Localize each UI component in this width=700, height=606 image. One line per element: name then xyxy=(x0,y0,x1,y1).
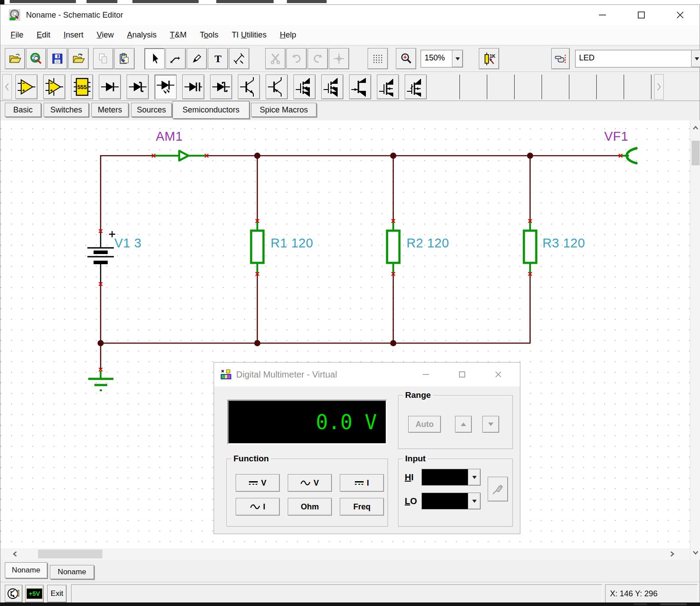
ammeter-symbol[interactable] xyxy=(154,151,207,161)
schematic-canvas[interactable]: AM1 VF1 V1 3 R1 120 R2 120 R3 120 Di xyxy=(0,120,690,548)
menu-analysis[interactable]: Analysis xyxy=(120,29,163,41)
palette-scroll-right[interactable] xyxy=(654,74,664,100)
menu-edit[interactable]: Edit xyxy=(30,29,57,41)
scroll-up-arrow[interactable] xyxy=(690,124,700,131)
save-button[interactable] xyxy=(47,48,68,69)
menu-ti-utilities[interactable]: TI Utilities xyxy=(225,29,273,41)
menu-tools[interactable]: Tools xyxy=(193,29,225,41)
palette-opamp-power-button[interactable] xyxy=(43,75,65,99)
palette-pnp-button[interactable] xyxy=(266,75,288,99)
menu-view[interactable]: View xyxy=(90,29,120,41)
scroll-left-arrow[interactable] xyxy=(10,548,19,560)
search-library-button[interactable] xyxy=(26,48,46,69)
palette-diode-button[interactable] xyxy=(99,75,121,99)
copy-button-disabled[interactable] xyxy=(93,48,113,69)
dimension-tool-button[interactable] xyxy=(229,48,249,69)
dmm-lo-combo-arrow[interactable] xyxy=(468,493,480,509)
snap-button-disabled[interactable] xyxy=(329,48,349,69)
palette-jfet-button[interactable] xyxy=(349,75,371,99)
scroll-down-arrow[interactable] xyxy=(690,549,700,556)
dmm-range-up-button[interactable] xyxy=(455,416,472,433)
vertical-scrollbar[interactable] xyxy=(690,120,700,560)
select-tool-button[interactable] xyxy=(144,48,165,69)
dmm-hi-combo-arrow[interactable] xyxy=(468,469,480,485)
text-tool-button[interactable]: T xyxy=(208,48,228,69)
exit-button[interactable]: Exit xyxy=(47,585,67,602)
palette-varactor-button[interactable] xyxy=(182,75,204,99)
palette-pmos-dep-button[interactable] xyxy=(405,75,427,99)
transistor-tool-button[interactable] xyxy=(5,585,23,602)
label-r1[interactable]: R1 120 xyxy=(271,236,313,251)
tab-meters[interactable]: Meters xyxy=(91,103,128,117)
wire-tool-button[interactable] xyxy=(166,48,186,69)
dmm-function-dc-v-button[interactable]: V xyxy=(236,474,280,492)
palette-opamp-button[interactable] xyxy=(15,75,38,99)
redo-button-disabled[interactable] xyxy=(308,48,328,69)
dmm-close-button[interactable] xyxy=(480,363,516,386)
minimize-button[interactable] xyxy=(583,5,622,25)
menu-insert[interactable]: Insert xyxy=(57,29,90,41)
dmm-input-hi-combo[interactable] xyxy=(422,469,481,486)
menu-tm[interactable]: T&M xyxy=(163,29,193,41)
cut-button-disabled[interactable] xyxy=(265,48,286,69)
palette-npn-button[interactable] xyxy=(238,75,260,99)
palette-led-button[interactable] xyxy=(154,75,177,99)
component-select-combo[interactable]: LED xyxy=(575,50,700,67)
palette-555-button[interactable]: 555 xyxy=(71,75,93,99)
ground-symbol[interactable] xyxy=(88,371,113,390)
tab-basic[interactable]: Basic xyxy=(5,103,41,117)
horizontal-scrollbar[interactable] xyxy=(0,548,690,560)
label-r2[interactable]: R2 120 xyxy=(406,236,449,251)
tab-switches[interactable]: Switches xyxy=(44,103,89,117)
palette-zener-button[interactable] xyxy=(127,75,149,99)
label-vf1[interactable]: VF1 xyxy=(604,129,628,144)
horizontal-scroll-thumb[interactable] xyxy=(38,550,102,558)
label-v1[interactable]: V1 3 xyxy=(114,236,142,251)
palette-pmos-button[interactable] xyxy=(321,75,343,99)
dmm-function-ac-i-button[interactable]: I xyxy=(236,498,280,516)
dmm-maximize-button[interactable] xyxy=(444,363,480,386)
open-recent-button[interactable] xyxy=(68,48,89,69)
palette-schottky-button[interactable] xyxy=(210,75,232,99)
show-values-button[interactable]: 1K xyxy=(479,48,499,69)
zoom-tool-button[interactable] xyxy=(396,48,416,69)
zoom-combo-arrow[interactable] xyxy=(452,50,463,67)
dmm-input-lo-combo[interactable] xyxy=(422,493,481,509)
palette-nmos-dep-button[interactable] xyxy=(377,75,399,99)
component-combo-arrow[interactable] xyxy=(691,50,700,67)
zoom-level-combo[interactable]: 150% xyxy=(421,50,463,67)
label-r3[interactable]: R3 120 xyxy=(542,236,585,251)
grid-toggle-button[interactable] xyxy=(368,48,388,69)
voltage-pin-symbol[interactable] xyxy=(621,148,636,163)
battery-symbol[interactable] xyxy=(87,231,115,284)
doc-tab-noname-2[interactable]: Noname xyxy=(50,565,94,579)
scroll-right-arrow[interactable] xyxy=(668,548,677,560)
open-file-button[interactable] xyxy=(5,48,25,69)
dmm-range-auto-button[interactable]: Auto xyxy=(408,416,441,433)
vertical-scroll-thumb[interactable] xyxy=(692,141,700,165)
paste-button[interactable] xyxy=(114,48,135,69)
dmm-function-ohm-button[interactable]: Ohm xyxy=(288,498,332,516)
menu-file[interactable]: File xyxy=(4,29,30,41)
dmm-probe-button[interactable] xyxy=(488,477,508,501)
dmm-function-dc-i-button[interactable]: I xyxy=(340,474,384,492)
dmm-function-ac-v-button[interactable]: V xyxy=(288,474,332,492)
dmm-range-down-button[interactable] xyxy=(482,416,499,433)
plus5v-button[interactable]: +5V xyxy=(25,585,44,602)
maximize-button[interactable] xyxy=(622,5,661,25)
component-picker-button[interactable] xyxy=(551,48,570,69)
undo-button-disabled[interactable] xyxy=(286,48,307,69)
label-am1[interactable]: AM1 xyxy=(156,129,183,144)
palette-scroll-left[interactable] xyxy=(2,74,12,100)
dmm-minimize-button[interactable] xyxy=(408,363,444,386)
tab-sources[interactable]: Sources xyxy=(131,103,172,117)
close-button[interactable] xyxy=(661,5,700,25)
doc-tab-noname-1[interactable]: Noname xyxy=(5,562,47,578)
menu-help[interactable]: Help xyxy=(273,29,303,41)
tab-semiconductors[interactable]: Semiconductors xyxy=(173,101,249,119)
draw-tool-button[interactable] xyxy=(187,48,207,69)
plus5v-label: +5V xyxy=(26,588,42,599)
palette-nmos-button[interactable] xyxy=(294,75,316,99)
dmm-function-freq-button[interactable]: Freq xyxy=(340,498,384,516)
tab-spice-macros[interactable]: Spice Macros xyxy=(251,103,316,117)
